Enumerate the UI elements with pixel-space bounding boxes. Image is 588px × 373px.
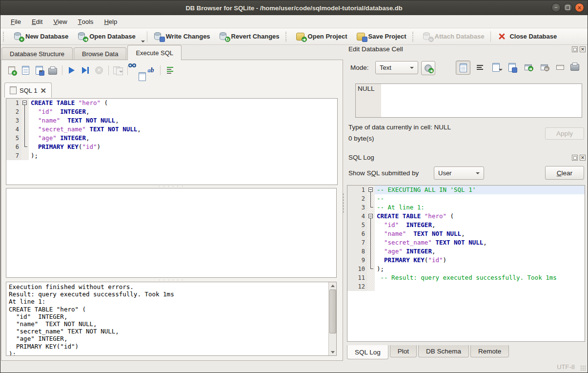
fold-margin — [367, 221, 375, 229]
print-cell-button[interactable] — [568, 60, 582, 73]
fold-margin[interactable] — [367, 212, 375, 221]
fold-margin — [21, 116, 29, 125]
toolbar-label: Open Database — [89, 33, 136, 40]
menu-tools[interactable]: Tools — [73, 15, 99, 28]
log-filter-combobox[interactable]: User — [434, 166, 484, 180]
save-project-icon — [356, 32, 365, 41]
open-database-icon: ➜ — [77, 32, 86, 41]
splitter-handle[interactable]: · · · · · · — [6, 184, 337, 188]
find-replace-button[interactable] — [131, 64, 143, 77]
format-sql-button[interactable] — [163, 64, 176, 77]
text-mode-icon — [460, 63, 467, 72]
scroll-up-icon[interactable] — [329, 282, 336, 289]
resize-grip[interactable] — [580, 365, 586, 371]
save-project-button[interactable]: Save Project — [352, 30, 411, 43]
mode-combobox[interactable]: Text — [375, 61, 418, 74]
autocomplete-button[interactable]: ab — [144, 64, 157, 77]
execute-line-button[interactable] — [79, 64, 92, 77]
code-text: "id" INTEGER, — [29, 107, 337, 116]
auto-apply-button[interactable]: ➜ — [421, 61, 435, 75]
bottom-tab-db-schema[interactable]: DB Schema — [418, 345, 469, 357]
open-sql-file-button[interactable] — [19, 64, 32, 77]
menu-view[interactable]: View — [48, 15, 72, 28]
text-mode-button[interactable] — [456, 61, 470, 75]
fold-margin — [21, 143, 29, 151]
clear-log-button[interactable]: Clear — [545, 166, 584, 180]
web-link-icon: ∞ — [541, 64, 548, 70]
edit-cell-header: Edit Database Cell ✕ — [345, 45, 588, 55]
main-toolbar: +New Database➜Open DatabaseWrite Changes… — [0, 28, 588, 45]
toolbar-drag-handle[interactable] — [285, 32, 290, 41]
bottom-tab-plot[interactable]: Plot — [390, 345, 417, 357]
toolbar-drag-handle[interactable] — [412, 32, 417, 41]
line-number: 6 — [347, 229, 367, 238]
splitter-handle[interactable]: · · · · · · — [6, 278, 337, 282]
new-database-button[interactable]: +New Database — [9, 30, 73, 43]
minimize-button[interactable]: − — [551, 3, 561, 12]
dock-float-icon[interactable] — [572, 46, 578, 52]
bottom-tab-sql-log[interactable]: SQL Log — [347, 345, 388, 359]
tab-browse-data[interactable]: Browse Data — [74, 47, 126, 60]
revert-changes-button[interactable]: ↻Revert Changes — [215, 30, 284, 43]
bottom-tab-remote[interactable]: Remote — [470, 345, 509, 357]
dropdown-caret-icon[interactable] — [141, 41, 145, 42]
close-database-button[interactable]: Close Database — [493, 30, 561, 43]
menu-help[interactable]: Help — [99, 15, 122, 28]
close-button[interactable]: × — [575, 3, 584, 12]
export-cell-button[interactable] — [505, 61, 519, 74]
sql-document-tab-label: SQL 1 — [20, 87, 37, 94]
execute-all-button[interactable] — [65, 64, 78, 77]
scroll-down-icon[interactable] — [329, 349, 336, 355]
code-line: 3-- At line 1: — [347, 203, 585, 212]
code-text: ); — [29, 151, 337, 160]
tab-execute-sql[interactable]: Execute SQL — [127, 45, 182, 60]
toolbar-drag-handle[interactable] — [3, 32, 7, 41]
line-number: 11 — [347, 273, 367, 282]
code-line: 12 — [347, 282, 585, 291]
write-changes-icon — [154, 32, 163, 41]
fold-margin — [367, 247, 375, 256]
dropdown-caret-icon — [476, 172, 480, 174]
dock-close-icon[interactable]: ✕ — [580, 155, 586, 161]
code-line: 6 PRIMARY KEY("id") — [6, 143, 337, 151]
code-line: 10); — [347, 265, 585, 273]
vertical-scrollbar[interactable] — [328, 282, 336, 355]
maximize-button[interactable] — [563, 3, 572, 12]
open-database-button[interactable]: ➜Open Database — [73, 30, 140, 43]
code-text: "secret_name" TEXT NOT NULL, — [375, 238, 585, 247]
open-external-button[interactable]: ➜ — [521, 61, 535, 74]
web-link-button[interactable]: ∞ — [537, 61, 551, 74]
close-tab-icon[interactable]: ✕ — [40, 87, 46, 94]
cell-value-editor[interactable]: NULL — [355, 83, 582, 118]
scrollbar-thumb[interactable] — [329, 290, 336, 333]
fold-margin — [367, 265, 375, 273]
close-window-icon: × — [578, 5, 581, 11]
maximize-icon — [566, 5, 570, 10]
messages-pane[interactable]: Execution finished without errors. Resul… — [6, 282, 337, 356]
print-cell-icon — [570, 64, 579, 71]
menu-file[interactable]: File — [5, 15, 26, 28]
toolbar-label: Save Project — [368, 33, 406, 40]
dock-close-icon[interactable]: ✕ — [580, 46, 586, 52]
dock-float-icon[interactable] — [572, 155, 578, 161]
code-text: "secret_name" TEXT NOT NULL, — [29, 125, 337, 134]
new-sql-tab-button[interactable]: + — [5, 64, 18, 77]
sql-document-tab[interactable]: SQL 1 ✕ — [4, 83, 52, 98]
set-null-icon — [556, 65, 564, 70]
sql-editor[interactable]: 1CREATE TABLE "hero" (2 "id" INTEGER,3 "… — [6, 98, 338, 185]
code-line: 2-- — [347, 194, 585, 203]
fold-margin[interactable] — [367, 186, 375, 194]
sql-log-editor[interactable]: 1-- EXECUTING ALL IN 'SQL 1'2--3-- At li… — [347, 185, 585, 342]
menu-edit[interactable]: Edit — [26, 15, 48, 28]
tab-database-structure[interactable]: Database Structure — [1, 47, 73, 60]
title-bar[interactable]: DB Browser for SQLite - /home/user/code/… — [0, 0, 588, 15]
results-grid[interactable] — [6, 188, 337, 278]
save-sql-file-button[interactable] — [33, 64, 45, 77]
line-number: 2 — [347, 194, 367, 203]
print-button[interactable] — [46, 64, 59, 77]
write-changes-button[interactable]: Write Changes — [149, 30, 215, 43]
open-project-button[interactable]: ➜Open Project — [291, 30, 352, 43]
word-wrap-button[interactable] — [473, 61, 487, 74]
save-sql-file-icon — [36, 66, 43, 75]
fold-margin[interactable] — [21, 99, 29, 107]
